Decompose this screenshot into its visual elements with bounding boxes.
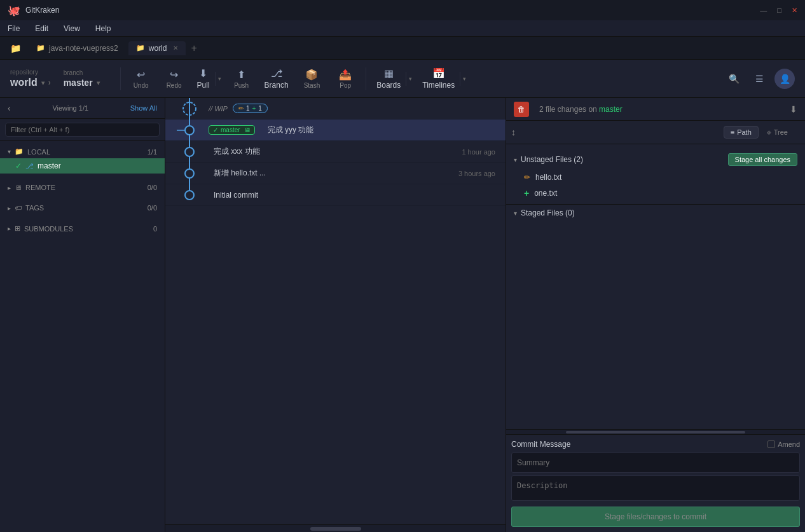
filter-input[interactable] <box>5 123 160 137</box>
tab-folder[interactable]: 📁 <box>5 41 26 56</box>
branch-main[interactable]: ⎇ Branch <box>259 64 294 93</box>
repo-name-text: world <box>10 77 38 88</box>
commit-row-3[interactable]: 新增 hello.txt ... 3 hours ago <box>165 163 506 184</box>
stash-icon: 📦 <box>305 69 318 81</box>
discard-all-button[interactable]: 🗑 <box>514 102 529 117</box>
tab-world[interactable]: 📁 world ✕ <box>128 41 186 55</box>
close-button[interactable]: ✕ <box>792 6 797 15</box>
download-all-icon[interactable]: ⬇ <box>790 104 797 114</box>
menu-file[interactable]: File <box>5 23 22 34</box>
remote-section-header[interactable]: ▸ 🖥 REMOTE 0/0 <box>0 181 165 194</box>
menu-edit[interactable]: Edit <box>32 23 51 34</box>
staged-toggle-icon: ▾ <box>514 210 517 217</box>
wip-plus-count: 1 <box>258 105 262 112</box>
back-arrow[interactable]: ‹ <box>8 103 11 113</box>
master-branch-name: master <box>38 161 61 170</box>
sort-icon[interactable]: ↕ <box>511 127 516 137</box>
avatar[interactable]: 👤 <box>774 69 795 89</box>
boards-button[interactable]: ▦ Boards ▾ <box>371 64 415 93</box>
menu-button[interactable]: ☰ <box>749 69 769 89</box>
pull-dropdown[interactable]: ▾ <box>215 72 224 86</box>
graph-scrollbar[interactable] <box>165 524 506 532</box>
commit-description-input[interactable] <box>511 475 800 501</box>
branch-label-btn: Branch <box>265 81 289 90</box>
files-scrollbar-thumb[interactable] <box>566 431 745 433</box>
search-button[interactable]: 🔍 <box>724 69 744 89</box>
boards-dropdown[interactable]: ▾ <box>406 72 415 86</box>
file-item-one-txt[interactable]: + one.txt <box>506 185 805 201</box>
commit-summary-input[interactable] <box>511 453 800 473</box>
commit-row-master[interactable]: ✓ master 🖥 完成 yyy 功能 <box>165 119 506 141</box>
local-section: ▾ 📁 LOCAL 1/1 ✓ ⎇ master <box>0 141 165 177</box>
show-all-button[interactable]: Show All <box>130 104 157 112</box>
pull-main[interactable]: ⬇ Pull <box>192 64 215 93</box>
file-name-hello: hello.txt <box>535 173 561 182</box>
tab-java-note-vuepress2[interactable]: 📁 java-note-vuepress2 <box>29 41 126 55</box>
stash-button[interactable]: 📦 Stash <box>296 65 328 93</box>
path-toggle-button[interactable]: ≡ Path <box>724 126 759 139</box>
trash-icon: 🗑 <box>518 105 525 114</box>
tab-close-button[interactable]: ✕ <box>173 44 178 51</box>
amend-checkbox[interactable] <box>767 440 775 448</box>
undo-icon: ↩ <box>137 69 145 81</box>
commit-time-3: 3 hours ago <box>458 170 500 177</box>
scrollbar-thumb[interactable] <box>310 527 361 531</box>
file-changes-count: 2 file changes on <box>539 105 597 114</box>
menu-help[interactable]: Help <box>93 23 114 34</box>
submodules-section-header[interactable]: ▸ ⊞ SUBMODULES 0 <box>0 222 165 235</box>
tags-expand-icon: ▸ <box>8 205 11 212</box>
boards-icon: ▦ <box>384 67 394 79</box>
file-name-one: one.txt <box>534 189 557 198</box>
timelines-main[interactable]: 📅 Timelines <box>417 64 460 93</box>
minimize-button[interactable]: — <box>760 6 767 15</box>
tags-section-header[interactable]: ▸ 🏷 TAGS 0/0 <box>0 201 165 214</box>
tree-toggle-icon: ⎆ <box>767 128 771 136</box>
wip-commit-row[interactable]: // WIP ✏ 1 + 1 <box>165 98 506 119</box>
sidebar-header: ‹ Viewing 1/1 Show All <box>0 98 165 119</box>
master-monitor-icon: 🖥 <box>244 126 251 133</box>
stage-all-button[interactable]: Stage all changes <box>728 153 797 166</box>
timelines-dropdown[interactable]: ▾ <box>460 72 469 86</box>
tree-toggle-button[interactable]: ⎆ Tree <box>760 126 795 139</box>
sidebar-item-master[interactable]: ✓ ⎇ master <box>0 158 165 174</box>
local-section-header[interactable]: ▾ 📁 LOCAL 1/1 <box>0 145 165 158</box>
repo-dropdown-arrow[interactable]: ▾ <box>41 79 45 86</box>
pull-button[interactable]: ⬇ Pull ▾ <box>192 64 224 93</box>
commit-button[interactable]: Stage files/changes to commit <box>511 507 800 527</box>
file-changes-info: 2 file changes on master <box>539 105 785 114</box>
stash-label: Stash <box>304 82 320 89</box>
menubar: File Edit View Help <box>0 20 805 37</box>
branch-button[interactable]: ⎇ Branch <box>259 64 294 93</box>
menu-view[interactable]: View <box>61 23 83 34</box>
maximize-button[interactable]: □ <box>777 6 781 15</box>
commit-4-graph-svg <box>170 184 209 206</box>
commit-row-4[interactable]: Initial commit <box>165 184 506 206</box>
pull-arrow-icon: ▾ <box>218 76 221 82</box>
push-label: Push <box>234 82 249 89</box>
graph-content: // WIP ✏ 1 + 1 <box>165 98 506 524</box>
files-scrollbar[interactable] <box>506 429 805 434</box>
pop-button[interactable]: 📤 Pop <box>330 65 361 93</box>
repo-forward-arrow[interactable]: › <box>48 78 51 87</box>
undo-button[interactable]: ↩ Undo <box>126 65 156 93</box>
master-graph-svg <box>170 119 209 141</box>
remote-section-left: ▸ 🖥 REMOTE <box>8 184 55 191</box>
push-button[interactable]: ⬆ Push <box>226 65 257 93</box>
file-item-hello-txt[interactable]: ✏ hello.txt <box>506 170 805 185</box>
tab-add-button[interactable]: + <box>191 43 196 54</box>
commit-3-graph-col <box>170 163 209 184</box>
branch-dropdown-arrow[interactable]: ▾ <box>97 79 100 86</box>
timelines-arrow-icon: ▾ <box>463 76 466 82</box>
commit-row-2[interactable]: 完成 xxx 功能 1 hour ago <box>165 141 506 163</box>
remote-section: ▸ 🖥 REMOTE 0/0 <box>0 177 165 198</box>
redo-label: Redo <box>167 82 182 89</box>
wip-content: // WIP ✏ 1 + 1 <box>209 104 500 113</box>
toolbar-right: 🔍 ☰ 👤 <box>724 69 795 89</box>
unstaged-section-header[interactable]: ▾ Unstaged Files (2) Stage all changes <box>506 149 805 170</box>
redo-button[interactable]: ↪ Redo <box>159 65 189 93</box>
timelines-button[interactable]: 📅 Timelines ▾ <box>417 64 469 93</box>
staged-section-header[interactable]: ▾ Staged Files (0) <box>506 205 805 221</box>
tab-label: java-note-vuepress2 <box>49 44 118 53</box>
repo-label: repository <box>10 69 38 76</box>
boards-main[interactable]: ▦ Boards <box>371 64 406 93</box>
